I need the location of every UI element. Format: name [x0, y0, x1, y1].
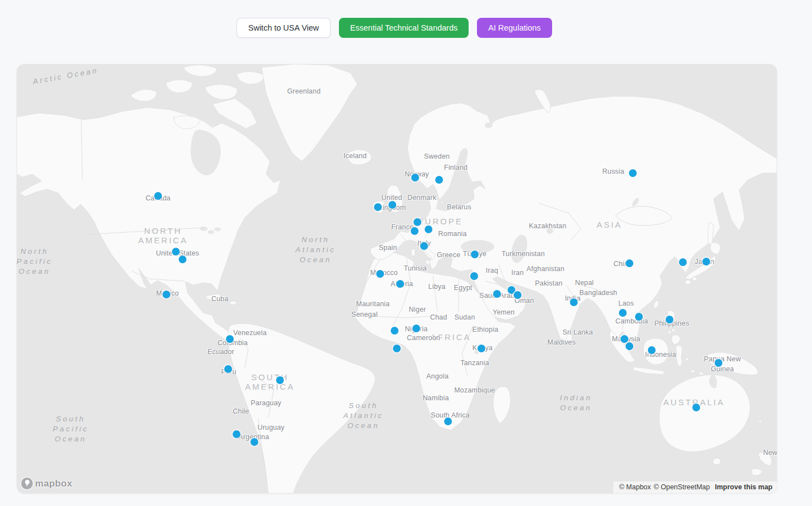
map-marker[interactable]	[233, 430, 240, 438]
map-marker[interactable]	[412, 325, 420, 332]
map-marker[interactable]	[715, 359, 722, 367]
improve-map-link[interactable]: Improve this map	[715, 483, 773, 491]
world-map[interactable]: Arctic OceanNorthPacificOceanNorthAtlant…	[17, 64, 777, 493]
map-marker[interactable]	[470, 272, 478, 280]
map-attribution: © Mapbox © OpenStreetMap Improve this ma…	[613, 482, 777, 493]
mapbox-wordmark: mapbox	[35, 478, 72, 489]
map-marker[interactable]	[179, 256, 186, 263]
map-marker[interactable]	[493, 290, 501, 298]
map-marker[interactable]	[471, 250, 479, 258]
attribution-osm-link[interactable]: © OpenStreetMap	[654, 483, 710, 491]
mapbox-logo[interactable]: mapbox	[21, 478, 72, 489]
map-landmass-layer	[17, 64, 777, 493]
map-marker[interactable]	[154, 192, 162, 200]
map-marker[interactable]	[478, 345, 485, 352]
header-button-row: Switch to USA View Essential Technical S…	[237, 18, 552, 38]
map-marker[interactable]	[391, 327, 398, 335]
attribution-mapbox-link[interactable]: © Mapbox	[619, 483, 651, 491]
map-marker[interactable]	[435, 176, 443, 184]
switch-usa-view-button[interactable]: Switch to USA View	[237, 18, 331, 38]
map-marker[interactable]	[648, 346, 656, 354]
map-marker[interactable]	[411, 174, 419, 181]
map-marker[interactable]	[444, 417, 452, 425]
map-marker[interactable]	[376, 270, 384, 278]
map-marker[interactable]	[514, 291, 521, 299]
map-marker[interactable]	[226, 335, 234, 343]
map-marker[interactable]	[163, 291, 170, 298]
map-marker[interactable]	[626, 342, 633, 350]
map-marker[interactable]	[276, 376, 284, 384]
map-marker[interactable]	[570, 298, 578, 306]
map-marker[interactable]	[414, 218, 421, 226]
map-marker[interactable]	[679, 258, 687, 266]
map-marker[interactable]	[666, 316, 673, 323]
map-marker[interactable]	[626, 259, 633, 267]
map-marker[interactable]	[374, 203, 382, 211]
map-marker[interactable]	[224, 365, 232, 373]
map-marker[interactable]	[692, 404, 700, 411]
map-marker[interactable]	[425, 225, 432, 233]
map-marker[interactable]	[635, 313, 643, 321]
map-marker[interactable]	[172, 248, 180, 256]
map-marker[interactable]	[420, 242, 428, 250]
map-marker[interactable]	[619, 309, 627, 317]
map-marker[interactable]	[702, 258, 710, 266]
map-marker[interactable]	[396, 280, 404, 288]
map-marker[interactable]	[621, 335, 628, 343]
map-marker[interactable]	[629, 169, 637, 177]
mapbox-pin-icon	[21, 478, 33, 489]
ai-regulations-button[interactable]: AI Regulations	[477, 18, 552, 38]
map-marker[interactable]	[393, 345, 401, 352]
map-marker[interactable]	[388, 201, 396, 209]
map-marker[interactable]	[250, 438, 258, 446]
essential-technical-standards-button[interactable]: Essential Technical Standards	[339, 18, 469, 38]
map-marker[interactable]	[411, 227, 419, 235]
